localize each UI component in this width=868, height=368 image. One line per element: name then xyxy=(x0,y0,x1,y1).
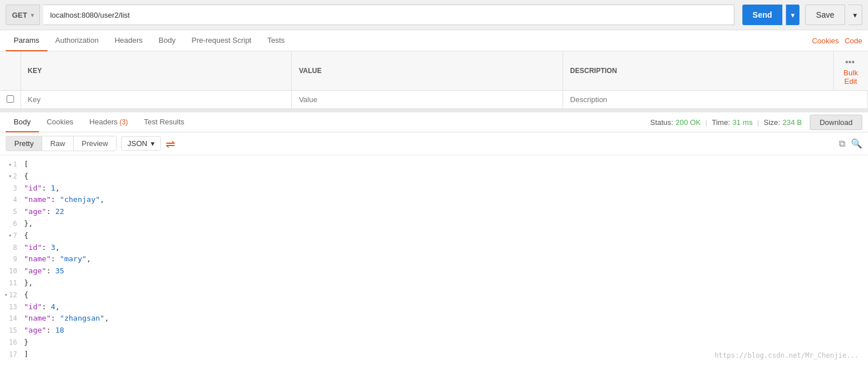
copy-icon: ⧉ xyxy=(839,139,845,148)
code-line: 9 "name": "mary", xyxy=(0,253,868,265)
code-content: { xyxy=(24,171,868,183)
line-number: 6 xyxy=(0,218,24,229)
code-content: [ xyxy=(24,159,868,171)
row-description-cell xyxy=(563,91,834,109)
copy-button[interactable]: ⧉ xyxy=(839,138,845,149)
method-label: GET xyxy=(12,11,27,19)
code-line: ▾1[ xyxy=(0,159,868,171)
collapse-arrow-icon[interactable]: ▾ xyxy=(9,231,12,240)
tab-authorization[interactable]: Authorization xyxy=(47,30,107,51)
code-link[interactable]: Code xyxy=(845,37,862,45)
size-label: Size: xyxy=(763,118,780,127)
response-tab-headers[interactable]: Headers (3) xyxy=(82,112,136,132)
wrap-icon: ⇌ xyxy=(166,138,175,150)
code-line: 13 "id": 4, xyxy=(0,301,868,313)
method-chevron-icon: ▾ xyxy=(31,12,34,18)
row-checkbox[interactable] xyxy=(2,95,18,103)
search-icon: 🔍 xyxy=(851,139,862,148)
status-label: Status: xyxy=(650,118,673,127)
send-dropdown-button[interactable]: ▾ xyxy=(786,5,799,25)
tab-pre-request[interactable]: Pre-request Script xyxy=(183,30,259,51)
search-button[interactable]: 🔍 xyxy=(851,138,862,149)
line-number: ▾1 xyxy=(0,159,24,170)
value-input[interactable] xyxy=(292,91,562,108)
line-number: ▾2 xyxy=(0,171,24,182)
description-input[interactable] xyxy=(563,91,833,108)
save-button[interactable]: Save xyxy=(805,5,845,25)
collapse-arrow-icon[interactable]: ▾ xyxy=(9,160,12,169)
code-line: 11 }, xyxy=(0,277,868,289)
collapse-arrow-icon[interactable]: ▾ xyxy=(9,172,12,181)
line-number: 13 xyxy=(0,301,24,313)
code-content: "name": "mary", xyxy=(24,253,868,265)
tab-body[interactable]: Body xyxy=(151,30,184,51)
wrap-button[interactable]: ⇌ xyxy=(166,137,175,151)
format-label: JSON xyxy=(127,139,147,148)
code-line: ▾2 { xyxy=(0,171,868,183)
code-content: }, xyxy=(24,218,868,230)
response-tab-cookies[interactable]: Cookies xyxy=(39,112,82,132)
row-value-cell xyxy=(292,91,563,109)
time-label: Time: xyxy=(712,118,730,127)
th-checkbox xyxy=(0,51,21,91)
th-key: KEY xyxy=(21,51,292,91)
top-bar: GET ▾ Send ▾ Save ▾ xyxy=(0,0,868,30)
headers-badge: (3) xyxy=(119,118,128,126)
request-right-links: Cookies Code xyxy=(812,37,862,45)
code-line: 5 "age": 22 xyxy=(0,206,868,218)
th-description: DESCRIPTION xyxy=(563,51,834,91)
line-number: 11 xyxy=(0,277,24,289)
code-content: "id": 3, xyxy=(24,242,868,254)
download-button[interactable]: Download xyxy=(810,115,862,130)
view-pretty-button[interactable]: Pretty xyxy=(6,136,42,151)
code-content: { xyxy=(24,289,868,301)
url-input[interactable] xyxy=(43,5,734,25)
status-value: 200 OK xyxy=(676,118,701,127)
response-tab-bar: Body Cookies Headers (3) Test Results St… xyxy=(0,112,868,132)
view-raw-button[interactable]: Raw xyxy=(42,136,74,151)
response-meta: Status: 200 OK | Time: 31 ms | Size: 234… xyxy=(650,115,863,130)
key-input[interactable] xyxy=(21,91,292,108)
tab-headers[interactable]: Headers xyxy=(107,30,151,51)
watermark: https://blog.csdn.net/Mr_Chenjie... xyxy=(714,351,859,359)
tab-tests[interactable]: Tests xyxy=(259,30,292,51)
code-line: 3 "id": 1, xyxy=(0,183,868,195)
code-line: ▾12 { xyxy=(0,289,868,301)
line-number: 8 xyxy=(0,242,24,253)
format-select[interactable]: JSON ▾ xyxy=(121,136,161,151)
code-line: 16 } xyxy=(0,337,868,349)
send-button[interactable]: Send xyxy=(742,5,782,25)
row-action-cell xyxy=(834,91,868,109)
code-area: ▾1[▾2 {3 "id": 1,4 "name": "chenjay",5 "… xyxy=(0,155,868,364)
code-line: ▾7 { xyxy=(0,230,868,242)
cookies-link[interactable]: Cookies xyxy=(812,37,839,45)
line-number: 4 xyxy=(0,194,24,205)
line-number: 5 xyxy=(0,206,24,217)
code-line: 10 "age": 35 xyxy=(0,265,868,277)
collapse-arrow-icon[interactable]: ▾ xyxy=(5,290,8,300)
code-line: 15 "age": 18 xyxy=(0,325,868,337)
line-number: ▾7 xyxy=(0,230,24,241)
code-content: "id": 1, xyxy=(24,183,868,195)
toolbar-right: ⧉ 🔍 xyxy=(839,138,862,149)
th-value: VALUE xyxy=(292,51,563,91)
bulk-edit-dots-button[interactable]: ••• xyxy=(841,56,859,68)
line-number: 14 xyxy=(0,313,24,324)
format-chevron-icon: ▾ xyxy=(151,139,155,148)
method-select[interactable]: GET ▾ xyxy=(6,5,40,25)
response-tab-test-results[interactable]: Test Results xyxy=(136,112,192,132)
line-number: 10 xyxy=(0,265,24,277)
line-number: ▾12 xyxy=(0,289,24,301)
view-preview-button[interactable]: Preview xyxy=(74,136,116,151)
tab-params[interactable]: Params xyxy=(6,30,47,51)
size-value: 234 B xyxy=(782,118,802,127)
line-number: 16 xyxy=(0,337,24,348)
line-number: 15 xyxy=(0,325,24,336)
bulk-edit-button[interactable]: Bulk Edit xyxy=(841,68,861,86)
row-checkbox-cell xyxy=(0,91,21,109)
time-value: 31 ms xyxy=(732,118,752,127)
save-dropdown-button[interactable]: ▾ xyxy=(849,5,862,25)
code-content: }, xyxy=(24,277,868,289)
response-tab-body[interactable]: Body xyxy=(6,112,39,132)
th-actions: ••• Bulk Edit xyxy=(834,51,868,91)
